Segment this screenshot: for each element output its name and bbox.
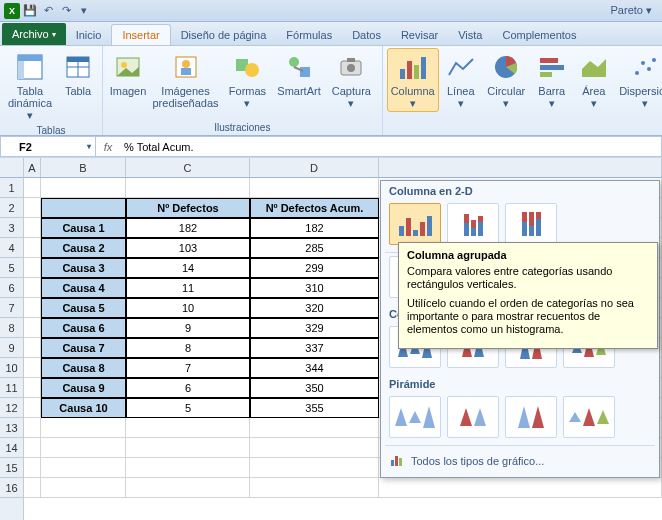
image-button[interactable]: Imagen [107,48,149,100]
tab-formulas[interactable]: Fórmulas [276,25,342,45]
defects-cell[interactable]: 8 [126,338,250,358]
select-all-corner[interactable] [0,158,23,178]
cell[interactable] [250,478,379,498]
row-header[interactable]: 11 [0,378,23,398]
defects-cell[interactable]: 9 [126,318,250,338]
defects-acum-cell[interactable]: 337 [250,338,379,358]
cause-cell[interactable]: Causa 7 [41,338,126,358]
row-header[interactable]: 10 [0,358,23,378]
defects-acum-cell[interactable]: 310 [250,278,379,298]
cell[interactable] [41,418,126,438]
clipart-button[interactable]: Imágenes prediseñadas [151,48,220,112]
tab-revisar[interactable]: Revisar [391,25,448,45]
smartart-button[interactable]: SmartArt [275,48,323,100]
line-chart-button[interactable]: Línea ▾ [441,48,481,112]
col-header[interactable]: B [41,158,126,177]
tab-complementos[interactable]: Complementos [492,25,586,45]
defects-cell[interactable]: 10 [126,298,250,318]
cell[interactable] [24,338,41,358]
cell[interactable] [126,418,250,438]
row-header[interactable]: 5 [0,258,23,278]
formula-bar[interactable]: fx % Total Acum. [96,136,662,157]
col-header[interactable]: A [24,158,41,177]
qat-dropdown-icon[interactable]: ▾ [76,3,92,19]
row-header[interactable]: 2 [0,198,23,218]
cell[interactable] [24,258,41,278]
gallery-clustered-column[interactable] [389,203,441,245]
row-header[interactable]: 12 [0,398,23,418]
defects-cell[interactable]: 6 [126,378,250,398]
cell[interactable] [126,178,250,198]
name-box[interactable]: F2 [0,136,96,157]
gallery-stacked-column[interactable] [447,203,499,245]
cell[interactable] [24,418,41,438]
col-header[interactable]: D [250,158,379,177]
save-icon[interactable]: 💾 [22,3,38,19]
defects-acum-cell[interactable]: 350 [250,378,379,398]
tab-insertar[interactable]: Insertar [111,24,170,45]
all-chart-types-button[interactable]: Todos los tipos de gráfico... [381,447,659,475]
cell[interactable] [24,318,41,338]
capture-button[interactable]: Captura ▾ [325,48,378,112]
defects-acum-cell[interactable]: 299 [250,258,379,278]
cell[interactable] [24,198,41,218]
defects-cell[interactable]: 11 [126,278,250,298]
cell[interactable] [250,178,379,198]
defects-acum-cell[interactable]: 320 [250,298,379,318]
cause-cell[interactable]: Causa 6 [41,318,126,338]
tab-vista[interactable]: Vista [448,25,492,45]
cell[interactable] [126,458,250,478]
defects-acum-cell[interactable]: 329 [250,318,379,338]
tab-datos[interactable]: Datos [342,25,391,45]
cell[interactable] [126,438,250,458]
defects-cell[interactable]: 7 [126,358,250,378]
cell[interactable] [126,478,250,498]
cell[interactable] [24,378,41,398]
fx-icon[interactable]: fx [96,141,120,153]
row-header[interactable]: 16 [0,478,23,498]
row-header[interactable]: 13 [0,418,23,438]
cell[interactable] [24,298,41,318]
gallery-pyramid-4[interactable] [563,396,615,438]
defects-cell[interactable]: 182 [126,218,250,238]
redo-icon[interactable]: ↷ [58,3,74,19]
defects-cell[interactable]: 5 [126,398,250,418]
cell[interactable] [41,478,126,498]
row-header[interactable]: 8 [0,318,23,338]
row-header[interactable]: 6 [0,278,23,298]
gallery-pyramid-1[interactable] [389,396,441,438]
defects-acum-cell[interactable]: 182 [250,218,379,238]
row-header[interactable]: 14 [0,438,23,458]
cell[interactable] [24,278,41,298]
col-header-rest[interactable] [379,158,662,177]
cell[interactable] [41,458,126,478]
row-header[interactable]: 4 [0,238,23,258]
cell[interactable] [24,218,41,238]
col-header[interactable]: C [126,158,250,177]
cell[interactable] [24,178,41,198]
defects-cell[interactable]: 103 [126,238,250,258]
row-header[interactable]: 1 [0,178,23,198]
column-chart-button[interactable]: Columna ▾ [387,48,439,112]
cell[interactable] [41,438,126,458]
tab-diseno[interactable]: Diseño de página [171,25,277,45]
cell[interactable] [24,458,41,478]
gallery-pyramid-2[interactable] [447,396,499,438]
cell[interactable] [250,438,379,458]
row-header[interactable]: 15 [0,458,23,478]
defects-acum-cell[interactable]: 355 [250,398,379,418]
gallery-pyramid-3[interactable] [505,396,557,438]
defects-cell[interactable]: 14 [126,258,250,278]
cell[interactable] [24,478,41,498]
undo-icon[interactable]: ↶ [40,3,56,19]
tab-inicio[interactable]: Inicio [66,25,112,45]
table-header[interactable]: Nº Defectos Acum. [250,198,379,218]
defects-acum-cell[interactable]: 285 [250,238,379,258]
area-chart-button[interactable]: Área ▾ [574,48,614,112]
cause-cell[interactable]: Causa 1 [41,218,126,238]
cell[interactable] [24,358,41,378]
scatter-chart-button[interactable]: Dispersión ▾ [616,48,662,112]
cell[interactable] [24,398,41,418]
cause-cell[interactable]: Causa 8 [41,358,126,378]
cause-cell[interactable]: Causa 3 [41,258,126,278]
